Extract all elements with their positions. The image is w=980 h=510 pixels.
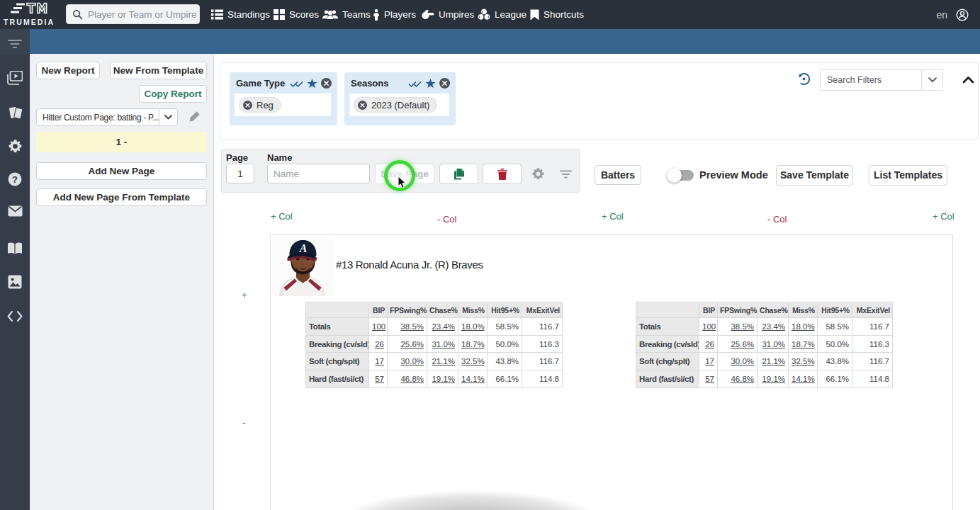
svg-text:?: ?	[12, 174, 18, 185]
svg-text:A: A	[299, 242, 308, 254]
svg-text:TRUMEDIA: TRUMEDIA	[4, 18, 55, 26]
